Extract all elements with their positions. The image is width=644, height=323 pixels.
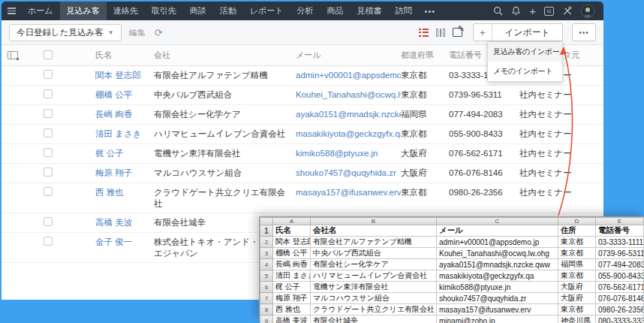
row-checkbox[interactable] [44, 109, 53, 118]
sheet-cell[interactable]: 080-3333-3333 [596, 315, 644, 323]
sheet-cell[interactable]: 03-3333-1111 [596, 237, 644, 248]
nav-tab-2[interactable]: 連絡先 [107, 2, 145, 20]
sheet-cell[interactable]: 有限会社城辛 [311, 315, 437, 323]
lead-name-link[interactable]: 関本 登志郎 [95, 70, 154, 81]
view-filter-dropdown[interactable]: 今日登録した見込み客 ▼ [9, 24, 122, 41]
sheet-row-number-8[interactable]: 8 [260, 304, 273, 315]
sheet-corner-cell[interactable] [260, 218, 273, 225]
sheet-cell[interactable]: 電機サン東洋有限会社 [311, 282, 437, 293]
sheet-cell[interactable]: 077-494-2083 [596, 259, 644, 270]
sheet-row-number-6[interactable]: 6 [260, 282, 273, 293]
sheet-cell[interactable]: minami@zoho.jp [437, 315, 558, 323]
row-checkbox[interactable] [44, 237, 53, 246]
sheet-cell[interactable]: 高橋 美波 [273, 315, 311, 323]
sheet-cell[interactable]: kimiko588@ptyuxe.jn [437, 282, 558, 293]
row-checkbox[interactable] [44, 89, 53, 98]
sheet-row-number-2[interactable]: 2 [260, 237, 273, 248]
row-checkbox[interactable] [44, 128, 53, 137]
lead-name-link[interactable]: 西 雅也 [95, 187, 154, 198]
sheet-cell[interactable]: クラウドゲート共立クリエ有限会社 [311, 304, 437, 315]
sheet-cell[interactable]: 梅原 翔子 [273, 293, 311, 304]
sheet-cell[interactable]: 東京都 [558, 237, 596, 248]
lead-row-1[interactable]: 棚橋 公平中央バルブ西武組合Kouhei_Tanahashi@ocwq.lw.o… [2, 86, 603, 105]
edit-view-link[interactable]: 編集 [129, 27, 146, 38]
sheet-cell[interactable]: 東京都 [558, 248, 596, 259]
sheet-cell[interactable]: 福岡県 [558, 259, 596, 270]
sheet-edit-view-icon[interactable] [453, 28, 462, 37]
search-icon[interactable] [493, 6, 503, 16]
sheet-cell[interactable]: 棚橋 公平 [273, 248, 311, 259]
nav-tab-8[interactable]: 商品 [320, 2, 351, 20]
column-header-name[interactable]: 氏名 [95, 50, 154, 61]
sheet-cell[interactable]: admin+v00001@appsdemo.jp [437, 237, 558, 248]
sheet-cell[interactable]: 西 雅也 [273, 304, 311, 315]
sheet-cell[interactable]: マルコハウスサン組合 [311, 293, 437, 304]
lead-name-link[interactable]: 高橋 美波 [95, 217, 154, 228]
row-checkbox[interactable] [44, 187, 53, 196]
sheet-header-cell-1[interactable]: 会社名 [311, 225, 437, 237]
sheet-header-cell-3[interactable]: 住所 [558, 225, 596, 237]
sheet-cell[interactable]: 有限会社シー化学ケア [311, 259, 437, 270]
row-checkbox[interactable] [44, 70, 53, 79]
hamburger-menu-icon[interactable] [2, 2, 21, 20]
import-button[interactable]: インポート [492, 24, 562, 41]
notifications-bell-icon[interactable] [511, 6, 521, 16]
sheet-cell[interactable]: 0739-96-5311 [596, 248, 644, 259]
lead-email-link[interactable]: Kouhei_Tanahashi@ocwq.lw.ohg [296, 89, 401, 101]
kanban-view-icon[interactable] [436, 29, 445, 37]
sheet-cell[interactable]: shouko7457@quqyhida.zr [437, 293, 558, 304]
list-view-icon[interactable] [419, 29, 429, 37]
sheet-cell[interactable]: 梶 公子 [273, 282, 311, 293]
refresh-icon[interactable]: ⟳ [155, 28, 163, 38]
create-lead-plus-button[interactable]: + [474, 24, 492, 41]
lead-email-link[interactable]: ayaka0151@mnadsjk.nzcke.qww [296, 109, 401, 120]
lead-row-4[interactable]: 梶 公子電機サン東洋有限会社kimiko588@ptyuxe.jn大阪府076-… [2, 144, 603, 164]
menu-item-import-notes[interactable]: メモのインポート [488, 62, 562, 81]
nav-tab-5[interactable]: 活動 [213, 2, 243, 20]
sheet-cell[interactable]: ハリマヒュームイレブン合資会社 [311, 270, 437, 282]
sheet-cell[interactable]: 大阪府 [558, 293, 596, 304]
lead-email-link[interactable]: masakikiyota@geckzgyfx.qa [296, 128, 401, 140]
row-checkbox[interactable] [44, 148, 53, 157]
lead-name-link[interactable]: 長嶋 絢香 [95, 109, 154, 120]
lead-name-link[interactable]: 金子 俊一 [95, 237, 154, 248]
sheet-col-letter-D[interactable]: D [558, 218, 596, 225]
lead-row-2[interactable]: 長嶋 絢香有限会社シー化学ケアayaka0151@mnadsjk.nzcke.q… [2, 105, 603, 125]
sheet-cell[interactable]: 関本 登志郎 [273, 237, 311, 248]
lead-email-link[interactable]: admin+v00001@appsdemo.jp [296, 70, 401, 81]
nav-tab-0[interactable]: ホーム [21, 2, 60, 20]
lead-name-link[interactable]: 棚橋 公平 [95, 89, 154, 101]
sheet-row-number-3[interactable]: 3 [260, 248, 273, 259]
user-avatar[interactable] [581, 5, 594, 18]
sheet-cell[interactable]: 055-900-8433 [596, 270, 644, 282]
sheet-cell[interactable]: 有限会社アルファテンプ精機 [311, 237, 437, 248]
column-header-prefecture[interactable]: 都道府県 [401, 50, 449, 61]
column-chooser-icon[interactable] [8, 51, 18, 59]
sheet-row-number-1[interactable]: 1 [260, 225, 273, 237]
sheet-row-number-9[interactable]: 9 [260, 315, 273, 323]
column-header-company[interactable]: 会社 [154, 50, 296, 61]
sheet-row-number-4[interactable]: 4 [260, 259, 273, 270]
sheet-col-letter-A[interactable]: A [273, 218, 311, 225]
nav-tab-4[interactable]: 商談 [183, 2, 213, 20]
lead-name-link[interactable]: 梶 公子 [95, 148, 154, 159]
nav-more-button[interactable]: ••• [419, 2, 442, 20]
menu-item-import-leads[interactable]: 見込み客のインポート [488, 42, 562, 62]
sheet-col-letter-E[interactable]: E [596, 218, 644, 225]
sheet-cell[interactable]: ayaka0151@mnadsjk.nzcke.qww [437, 259, 558, 270]
sheet-cell[interactable]: 長嶋 絢香 [273, 259, 311, 270]
nav-tab-6[interactable]: レポート [243, 2, 290, 20]
sheet-cell[interactable]: 中央バルブ西武組合 [311, 248, 437, 259]
sheet-cell[interactable]: 大阪府 [558, 282, 596, 293]
sheet-cell[interactable]: 東京都 [558, 270, 596, 282]
sheet-cell[interactable]: Kouhei_Tanahashi@ocwq.lw.ohg [437, 248, 558, 259]
nav-tab-9[interactable]: 見積書 [351, 2, 389, 20]
sheet-cell[interactable]: 神奈川県 [558, 315, 596, 323]
sheet-cell[interactable]: 076-562-6171 [596, 282, 644, 293]
lead-email-link[interactable]: shouko7457@quqyhida.zr [296, 168, 401, 179]
sheet-row-number-5[interactable]: 5 [260, 270, 273, 282]
lead-email-link[interactable]: kimiko588@ptyuxe.jn [296, 148, 401, 159]
row-checkbox[interactable] [44, 217, 53, 226]
nav-tab-1[interactable]: 見込み客 [60, 2, 107, 20]
sheet-cell[interactable]: 0980-26-2356 [596, 304, 644, 315]
